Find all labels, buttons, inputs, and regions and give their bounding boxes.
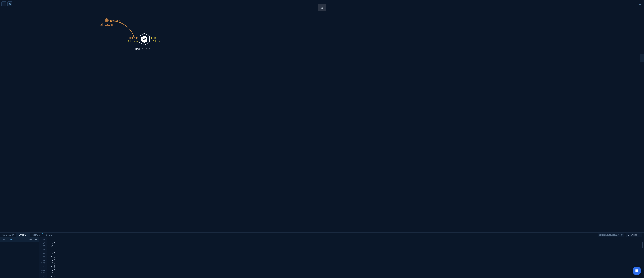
tab-stderr[interactable]: STDERR xyxy=(44,232,58,237)
line-number: 94 xyxy=(39,241,46,244)
tab-command-label: COMMAND xyxy=(2,234,14,236)
proc-node-label: unzip-to-out xyxy=(126,47,163,51)
search-icon xyxy=(639,2,642,5)
list-view-button[interactable] xyxy=(318,4,326,12)
tabbar-right: trickest://output/cc613f Download xyxy=(598,232,644,237)
code-line: --1d xyxy=(49,244,55,248)
tabs: COMMAND OUTPUT STDOUT STDERR xyxy=(0,232,58,237)
chevron-down-icon xyxy=(638,234,640,236)
port-out-folder[interactable]: folder xyxy=(150,40,160,43)
svg-point-0 xyxy=(321,7,321,7)
tab-stdout[interactable]: STDOUT xyxy=(30,232,44,237)
code-line: --1g xyxy=(49,255,55,258)
tab-output-label: OUTPUT xyxy=(18,234,28,236)
node-unzip-to-out[interactable]: file folder xyxy=(126,33,163,51)
file-name: all.txt xyxy=(7,238,27,241)
line-number: 98 xyxy=(39,255,46,258)
tab-stderr-label: STDERR xyxy=(46,234,55,236)
file-list: TXT all.txt 645.6MB xyxy=(0,237,39,278)
port-dot-icon xyxy=(136,37,138,39)
port-in-folder-label: folder xyxy=(128,40,135,43)
code-line: --1i xyxy=(49,261,55,265)
file-row-all-txt[interactable]: TXT all.txt 645.6MB xyxy=(0,237,39,242)
line-number: 97 xyxy=(39,251,46,255)
fit-view-icon xyxy=(2,3,5,5)
port-ring-icon xyxy=(150,41,152,43)
fit-view-button[interactable] xyxy=(1,1,6,6)
code-lines: --1b--1c--1d--1e--1f--1g--1h--1i--1j--1k… xyxy=(47,237,55,278)
code-line: --1k xyxy=(49,268,55,271)
port-in-file-label: file xyxy=(129,36,133,40)
download-label: Download xyxy=(628,234,637,236)
code-line: --1h xyxy=(49,258,55,261)
port-in-file[interactable]: file xyxy=(128,36,138,40)
code-line: --1c xyxy=(49,241,55,244)
proc-node-icon xyxy=(139,33,150,46)
chevron-left-icon xyxy=(641,57,643,59)
code-line: --1m xyxy=(49,275,55,278)
line-number: 100 xyxy=(39,261,46,265)
svg-point-10 xyxy=(144,40,144,41)
toolbar-top-center xyxy=(318,4,326,12)
list-icon xyxy=(320,6,324,10)
code-line: --1f xyxy=(49,251,55,255)
code-line: --1l xyxy=(49,271,55,275)
node-all-txt-zip[interactable]: all.txt.zip output xyxy=(100,19,113,26)
port-out-file[interactable]: file xyxy=(150,36,160,40)
code-view[interactable]: 93949596979899100101102103104105106107 -… xyxy=(39,237,644,278)
triangle-icon xyxy=(134,37,135,39)
line-gutter: 93949596979899100101102103104105106107 xyxy=(39,237,47,278)
svg-point-4 xyxy=(321,9,321,9)
port-output[interactable]: output xyxy=(110,20,120,23)
line-number: 93 xyxy=(39,238,46,241)
tab-command[interactable]: COMMAND xyxy=(0,232,16,237)
file-size: 645.6MB xyxy=(29,238,37,241)
expand-arrows-icon xyxy=(8,3,11,5)
toolbar-top-right xyxy=(638,1,643,6)
copy-icon xyxy=(620,233,623,236)
indicator-dot-icon xyxy=(42,233,43,234)
code-line: --1e xyxy=(49,248,55,251)
scrollbar-thumb[interactable] xyxy=(642,242,643,248)
output-path: trickest://output/cc613f xyxy=(599,234,619,236)
port-ring-icon xyxy=(136,41,138,43)
line-number: 96 xyxy=(39,248,46,251)
line-number: 103 xyxy=(39,271,46,275)
workflow-canvas[interactable]: all.txt.zip output file folder xyxy=(0,0,644,232)
panel-body: TXT all.txt 645.6MB 93949596979899100101… xyxy=(0,237,644,278)
search-button[interactable] xyxy=(638,1,643,6)
output-path-box[interactable]: trickest://output/cc613f xyxy=(598,233,624,237)
code-line: --1j xyxy=(49,265,55,268)
proc-outputs: file folder xyxy=(150,36,160,44)
toolbar-top-left xyxy=(1,1,12,6)
file-node-label: all.txt.zip xyxy=(100,23,113,26)
line-number: 104 xyxy=(39,275,46,278)
svg-point-6 xyxy=(639,3,641,5)
port-output-label: output xyxy=(112,20,120,23)
port-out-folder-label: folder xyxy=(153,40,160,43)
chat-icon xyxy=(635,269,639,273)
file-type-badge: TXT xyxy=(2,238,5,240)
tab-stdout-label: STDOUT xyxy=(32,234,42,236)
line-number: 102 xyxy=(39,268,46,271)
svg-point-2 xyxy=(321,8,321,8)
tab-output[interactable]: OUTPUT xyxy=(16,232,30,237)
svg-rect-5 xyxy=(322,9,323,9)
svg-rect-1 xyxy=(322,7,323,7)
tab-bar: COMMAND OUTPUT STDOUT STDERR trickest://… xyxy=(0,232,644,237)
chat-button[interactable] xyxy=(632,266,641,275)
svg-point-9 xyxy=(144,38,144,39)
port-in-folder[interactable]: folder xyxy=(128,40,138,43)
proc-inputs: file folder xyxy=(128,36,138,44)
right-panel-toggle[interactable] xyxy=(640,54,644,62)
expand-button[interactable] xyxy=(8,1,12,6)
code-line: --1b xyxy=(49,238,55,241)
copy-button[interactable] xyxy=(620,233,623,236)
bottom-panel: COMMAND OUTPUT STDOUT STDERR trickest://… xyxy=(0,232,644,278)
port-dot-icon xyxy=(110,20,112,22)
svg-rect-3 xyxy=(322,8,323,8)
download-button[interactable]: Download xyxy=(626,233,642,237)
app-root: all.txt.zip output file folder xyxy=(0,0,644,278)
line-number: 99 xyxy=(39,258,46,261)
file-node-icon xyxy=(105,19,108,22)
